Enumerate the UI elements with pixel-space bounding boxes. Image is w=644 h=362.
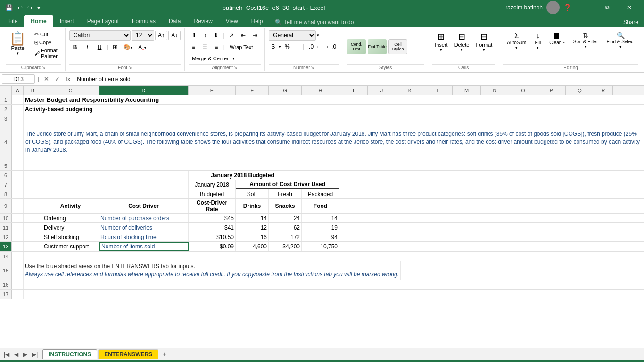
number-expand-icon[interactable]: ↘ [311, 65, 314, 70]
cell-F12[interactable]: 16 [236, 232, 269, 241]
cell-C9[interactable]: Activity [42, 199, 99, 213]
sort-dropdown-icon[interactable]: ▾ [585, 44, 587, 49]
sheet-tab-instructions[interactable]: INSTRUCTIONS [42, 349, 97, 359]
comma-button[interactable]: , [294, 42, 301, 51]
align-top-button[interactable]: ⬆ [189, 30, 200, 41]
cell-A6[interactable] [12, 171, 24, 180]
col-header-G[interactable]: G [269, 86, 302, 95]
cell-A16[interactable] [12, 280, 24, 289]
tab-nav-next[interactable]: ▶ [21, 350, 29, 359]
add-sheet-button[interactable]: + [159, 349, 169, 360]
clipboard-expand-icon[interactable]: ↘ [42, 65, 46, 70]
cell-A11[interactable] [12, 223, 24, 232]
cell-A8[interactable] [12, 189, 24, 198]
bold-button[interactable]: B [69, 42, 81, 52]
close-button[interactable]: ✕ [619, 0, 640, 15]
col-header-Q[interactable]: Q [566, 86, 594, 95]
sort-filter-button[interactable]: ⇅ Sort & Filter ▾ [570, 30, 602, 50]
restore-button[interactable]: ⧉ [597, 0, 619, 15]
merge-center-button[interactable]: Merge & Center [189, 54, 232, 63]
insert-function-icon[interactable]: fx [64, 74, 72, 83]
cell-C12[interactable]: Shelf stocking [42, 232, 99, 241]
confirm-formula-icon[interactable]: ✓ [53, 74, 62, 83]
font-size-select[interactable]: 12 [132, 30, 154, 41]
cell-E8[interactable]: Budgeted [189, 189, 236, 198]
cell-G11[interactable]: 62 [269, 223, 302, 232]
tab-formulas[interactable]: Formulas [125, 15, 162, 27]
border-button[interactable]: ⊞ [110, 42, 120, 52]
cell-B8[interactable] [24, 189, 42, 198]
cell-H9[interactable]: Food [302, 199, 339, 213]
cell-F9[interactable]: Drinks [236, 199, 269, 213]
cell-styles-button[interactable]: Cell Styles [388, 39, 407, 54]
cell-G10[interactable]: 24 [269, 214, 302, 222]
align-left-button[interactable]: ≡ [189, 42, 198, 52]
cell-D7[interactable] [99, 180, 189, 189]
italic-button[interactable]: I [82, 42, 93, 52]
col-header-P[interactable]: P [537, 86, 566, 95]
conditional-formatting-button[interactable]: Cond. Fmt [347, 39, 366, 54]
col-header-H[interactable]: H [302, 86, 339, 95]
cell-E13[interactable]: $0.09 [189, 242, 236, 251]
col-header-I[interactable]: I [339, 86, 368, 95]
cell-E12[interactable]: $10.50 [189, 232, 236, 241]
cell-F10[interactable]: 14 [236, 214, 269, 222]
cell-H13[interactable]: 10,750 [302, 242, 339, 251]
cell-B15-merged[interactable]: Use the blue shaded areas on the ENTERAN… [24, 261, 401, 280]
cell-A9[interactable] [12, 199, 24, 213]
tab-review[interactable]: Review [187, 15, 219, 27]
col-header-K[interactable]: K [396, 86, 424, 95]
cell-C7[interactable] [42, 180, 99, 189]
font-increase-button[interactable]: A↑ [155, 31, 167, 40]
font-expand-icon[interactable]: ↘ [128, 65, 132, 70]
cell-D13[interactable]: Number of items sold [99, 242, 189, 251]
cell-C10[interactable]: Ordering [42, 214, 99, 222]
save-icon[interactable]: 💾 [4, 3, 14, 12]
cell-E10[interactable]: $45 [189, 214, 236, 222]
cell-F7-merged[interactable]: Amount of Cost Driver Used [236, 180, 339, 189]
cell-B9[interactable] [24, 199, 42, 213]
cell-A13[interactable] [12, 242, 24, 251]
col-header-F[interactable]: F [236, 86, 269, 95]
autosum-button[interactable]: Σ AutoSum ▾ [503, 30, 530, 51]
format-button[interactable]: ⊟ Format ▾ [473, 30, 495, 54]
font-family-select[interactable]: Calibri [69, 30, 131, 41]
cell-G12[interactable]: 172 [269, 232, 302, 241]
insert-button[interactable]: ⊞ Insert ▾ [432, 30, 451, 54]
cell-B11[interactable] [24, 223, 42, 232]
fill-color-button[interactable]: 🎨▾ [121, 42, 135, 52]
cell-H12[interactable]: 94 [302, 232, 339, 241]
tab-nav-last[interactable]: ▶| [30, 350, 40, 359]
tab-nav-prev[interactable]: ◀ [12, 350, 20, 359]
cell-B6[interactable] [24, 171, 42, 180]
cell-G8[interactable]: Fresh [269, 189, 302, 198]
col-header-D[interactable]: D [99, 86, 189, 95]
minimize-button[interactable]: ─ [575, 0, 597, 15]
cell-B5[interactable] [24, 161, 42, 170]
format-as-table-button[interactable]: Fmt Table [368, 39, 387, 54]
cell-B4-merged[interactable]: The Jerico store of Jiffy Mart, a chain … [24, 123, 644, 161]
tab-page-layout[interactable]: Page Layout [81, 15, 125, 27]
col-header-C[interactable]: C [42, 86, 99, 95]
tab-view[interactable]: View [219, 15, 245, 27]
cell-H10[interactable]: 14 [302, 214, 339, 222]
autosum-dropdown-icon[interactable]: ▾ [515, 45, 518, 50]
align-bottom-button[interactable]: ⬇ [210, 30, 222, 41]
cell-D10[interactable]: Number of purchase orders [99, 214, 189, 222]
paste-dropdown-icon[interactable]: ▾ [17, 51, 19, 56]
alignment-expand-icon[interactable]: ↘ [234, 65, 238, 70]
col-header-O[interactable]: O [509, 86, 537, 95]
cell-F8[interactable]: Soft [236, 189, 269, 198]
cell-A17[interactable] [12, 290, 24, 299]
delete-dropdown-icon[interactable]: ▾ [461, 48, 463, 52]
cell-reference-box[interactable] [2, 74, 35, 84]
cell-A12[interactable] [12, 232, 24, 241]
share-button[interactable]: Share [619, 17, 644, 27]
fill-dropdown-icon[interactable]: ▾ [537, 45, 539, 50]
underline-button[interactable]: U [94, 42, 105, 52]
align-middle-button[interactable]: ↕ [200, 30, 210, 41]
cell-E11[interactable]: $41 [189, 223, 236, 232]
col-header-E[interactable]: E [189, 86, 236, 95]
cut-button[interactable]: ✂ Cut [33, 30, 61, 38]
col-header-A[interactable]: A [12, 86, 24, 95]
